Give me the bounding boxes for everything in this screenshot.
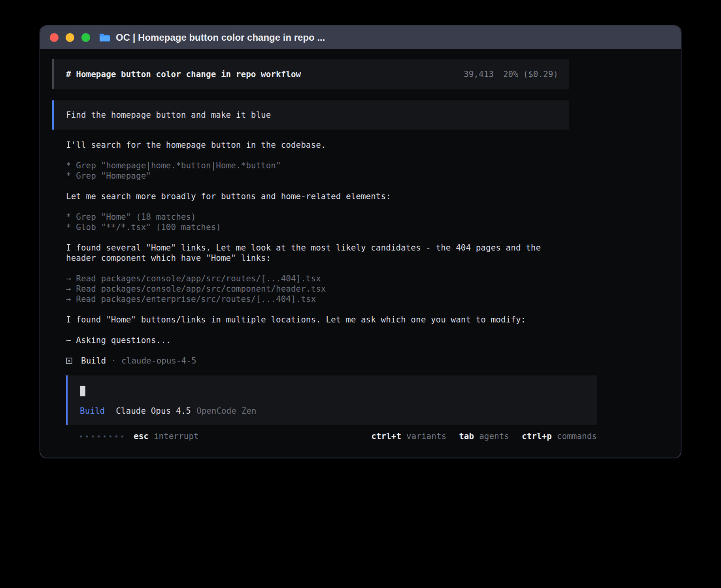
- terminal-body: # Homepage button color change in repo w…: [40, 49, 681, 458]
- input-provider-name: OpenCode Zen: [196, 406, 257, 416]
- hint-interrupt: escinterrupt: [134, 431, 199, 441]
- tool-call-read: → Read packages/enterprise/src/routes/[.…: [66, 294, 569, 304]
- maximize-button[interactable]: [81, 33, 90, 42]
- context-usage: 20% ($0.29): [503, 69, 558, 79]
- minimize-button[interactable]: [66, 33, 74, 42]
- traffic-lights: [50, 33, 90, 42]
- hint-commands: ctrl+pcommands: [522, 431, 597, 441]
- conversation-transcript: I'll search for the homepage button in t…: [52, 140, 569, 441]
- agent-name: Build: [81, 356, 106, 366]
- status-bar: escinterrupt ctrl+tvariants tabagents ct…: [80, 431, 597, 441]
- user-message: Find the homepage button and make it blu…: [52, 100, 569, 130]
- window-titlebar[interactable]: OC | Homepage button color change in rep…: [40, 26, 681, 49]
- prompt-input[interactable]: Build Claude Opus 4.5 OpenCode Zen: [66, 375, 597, 425]
- tool-call-group: * Grep "homepage|home.*button|Home.*butt…: [66, 160, 569, 181]
- tool-call-grep: * Grep "Homepage": [66, 171, 569, 181]
- input-mode-badge[interactable]: Build: [80, 406, 105, 416]
- square-dot-icon: [66, 358, 72, 364]
- window-title: OC | Homepage button color change in rep…: [116, 32, 325, 43]
- tool-call-group: → Read packages/console/app/src/routes/[…: [66, 273, 569, 304]
- tool-call-glob: * Glob "**/*.tsx" (100 matches): [66, 222, 569, 232]
- close-button[interactable]: [50, 33, 59, 42]
- session-meta: 39,413 20% ($0.29): [464, 69, 558, 79]
- status-right: ctrl+tvariants tabagents ctrl+pcommands: [371, 431, 597, 441]
- agent-status-line: Build · claude-opus-4-5: [66, 356, 569, 366]
- token-count: 39,413: [464, 69, 494, 79]
- session-title: # Homepage button color change in repo w…: [66, 69, 301, 79]
- assistant-message: I found several "Home" links. Let me loo…: [66, 243, 560, 263]
- assistant-message: I found "Home" buttons/links in multiple…: [66, 315, 560, 325]
- agent-model: claude-opus-4-5: [121, 356, 196, 366]
- assistant-message: Let me search more broadly for buttons a…: [66, 191, 560, 202]
- terminal-window: OC | Homepage button color change in rep…: [40, 25, 681, 458]
- tool-call-grep: * Grep "homepage|home.*button|Home.*butt…: [66, 160, 569, 171]
- input-footer: Build Claude Opus 4.5 OpenCode Zen: [80, 406, 586, 416]
- tool-call-read: → Read packages/console/app/src/routes/[…: [66, 273, 569, 284]
- text-cursor: [80, 386, 85, 396]
- hint-agents: tabagents: [459, 431, 509, 441]
- activity-dots-icon: [80, 435, 123, 437]
- hint-variants: ctrl+tvariants: [371, 431, 446, 441]
- tool-call-read: → Read packages/console/app/src/componen…: [66, 284, 569, 294]
- tool-call-group: * Grep "Home" (18 matches) * Glob "**/*.…: [66, 212, 569, 232]
- assistant-working-status: ~ Asking questions...: [66, 335, 560, 345]
- desktop: OC | Homepage button color change in rep…: [0, 0, 721, 588]
- status-left: escinterrupt: [80, 431, 199, 441]
- input-model-name[interactable]: Claude Opus 4.5: [116, 406, 191, 416]
- session-header: # Homepage button color change in repo w…: [52, 59, 569, 89]
- user-message-text: Find the homepage button and make it blu…: [66, 110, 271, 120]
- folder-icon: [99, 33, 111, 42]
- tool-call-grep: * Grep "Home" (18 matches): [66, 212, 569, 222]
- assistant-message: I'll search for the homepage button in t…: [66, 140, 560, 150]
- agent-separator: ·: [111, 356, 116, 366]
